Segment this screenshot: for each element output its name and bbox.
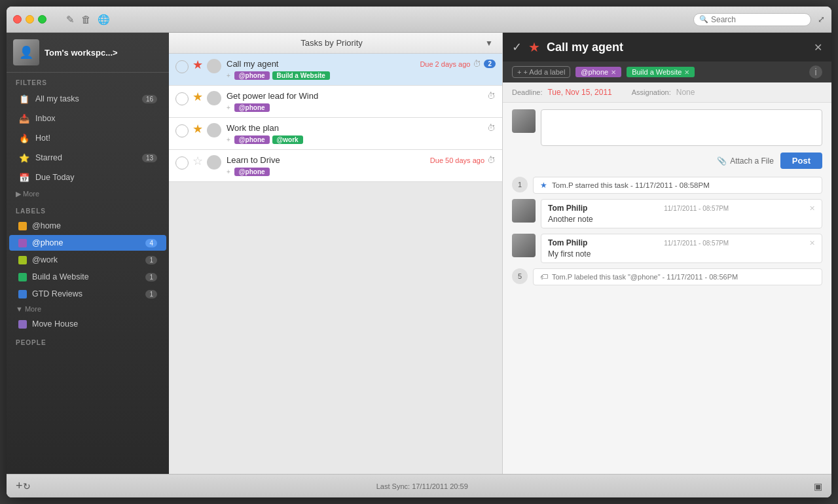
task-tag-website-1[interactable]: Build a Website [272, 71, 330, 80]
add-label-text: + Add a label [523, 68, 565, 76]
sidebar-item-starred[interactable]: ⭐ Starred 13 [9, 149, 166, 167]
detail-labels-row: + + Add a label @phone ✕ Build a Website… [503, 62, 831, 82]
comment-header-1: Tom Philip 11/17/2011 - 08:57PM ✕ [548, 204, 815, 213]
task-row[interactable]: ★ Get power lead for Wind ⏱ + @phone [169, 86, 502, 118]
task-tag-work-3[interactable]: @work [272, 135, 303, 144]
sidebar-item-work[interactable]: @work 1 [9, 252, 166, 268]
sync-button[interactable]: ↻ [23, 481, 31, 492]
meta-assignation: Assignation: None [632, 88, 695, 97]
search-input[interactable] [711, 15, 803, 24]
build-website-badge: 1 [145, 273, 157, 281]
task-tag-phone-4[interactable]: @phone [234, 168, 270, 176]
task-check-2[interactable] [175, 92, 189, 105]
detail-tag-website[interactable]: Build a Website ✕ [627, 67, 695, 77]
detail-pane: ✓ ★ Call my agent ✕ + + Add a label @pho… [503, 33, 831, 474]
task-star-3[interactable]: ★ [192, 123, 203, 135]
activity-bubble-starred: ★ Tom.P starred this task - 11/17/2011 -… [533, 177, 822, 194]
task-star-1[interactable]: ★ [192, 59, 203, 71]
sidebar-item-home[interactable]: @home [9, 218, 166, 234]
task-avatar-2 [207, 91, 221, 105]
detail-tag-phone[interactable]: @phone ✕ [575, 67, 621, 77]
task-add-label-3[interactable]: + [227, 136, 230, 143]
due-today-label: Due Today [35, 173, 157, 182]
task-row[interactable]: ☆ Learn to Drive Due 50 days ago ⏱ + @ph… [169, 150, 502, 182]
detail-close-button[interactable]: ✕ [814, 41, 822, 54]
sidebar-item-inbox[interactable]: 📥 Inbox [9, 109, 166, 128]
all-tasks-badge: 16 [142, 95, 157, 103]
attach-file-button[interactable]: 📎 Attach a File [717, 156, 774, 166]
maximize-button[interactable] [38, 15, 46, 24]
view-toggle-button[interactable]: ▣ [814, 481, 822, 492]
task-add-label-1[interactable]: + [227, 72, 230, 79]
sidebar-item-all-tasks[interactable]: 📋 All my tasks 16 [9, 90, 166, 108]
post-button[interactable]: Post [780, 153, 822, 169]
detail-info-button[interactable]: i [809, 65, 822, 79]
task-title-3: Work the plan [227, 123, 279, 133]
detail-check-icon[interactable]: ✓ [512, 40, 522, 54]
task-tag-phone-3[interactable]: @phone [234, 135, 270, 144]
close-button[interactable] [13, 15, 22, 24]
search-icon: 🔍 [699, 15, 708, 24]
star-icon: ⭐ [18, 152, 30, 164]
task-row[interactable]: ★ Work the plan ⏱ + @phone @work [169, 118, 502, 150]
detail-star-icon[interactable]: ★ [528, 39, 540, 55]
sidebar-item-move-house[interactable]: Move House [9, 316, 166, 332]
globe-icon[interactable]: 🌐 [98, 14, 110, 26]
task-tag-phone-1[interactable]: @phone [234, 71, 270, 80]
comment-close-2[interactable]: ✕ [809, 239, 815, 247]
more-labels-toggle[interactable]: ▼ More [7, 302, 169, 315]
phone-label: @phone [32, 238, 145, 247]
task-tag-phone-2[interactable]: @phone [234, 103, 270, 112]
deadline-value: Tue, Nov 15, 2011 [547, 88, 611, 97]
sidebar-item-hot[interactable]: 🔥 Hot! [9, 129, 166, 147]
task-right-icons-1: Due 2 days ago ⏱ 2 [414, 59, 496, 69]
detail-tag-phone-remove[interactable]: ✕ [611, 69, 616, 76]
add-label-button[interactable]: + + Add a label [512, 66, 570, 78]
task-check-3[interactable] [175, 124, 189, 137]
task-star-2[interactable]: ★ [192, 91, 203, 103]
task-avatar-4 [207, 155, 221, 170]
task-title-2: Get power lead for Wind [227, 91, 318, 101]
gtd-reviews-color-dot [18, 290, 27, 298]
last-sync-text: Last Sync: 17/11/2011 20:59 [31, 482, 814, 490]
task-title-4: Learn to Drive [227, 155, 280, 165]
detail-title: Call my agent [547, 41, 807, 54]
sidebar-item-build-website[interactable]: Build a Website 1 [9, 269, 166, 285]
comment-close-1[interactable]: ✕ [809, 204, 815, 213]
workspace-header[interactable]: 👤 Tom's workspc...> [7, 33, 169, 73]
task-title-1: Call my agent [227, 59, 278, 69]
comment-time-1: 11/17/2011 - 08:57PM [664, 205, 729, 212]
traffic-lights [13, 15, 46, 24]
detail-header: ✓ ★ Call my agent ✕ [503, 33, 831, 62]
trash-icon[interactable]: 🗑 [81, 14, 91, 25]
work-color-dot [18, 256, 27, 264]
build-website-label: Build a Website [32, 272, 145, 281]
work-badge: 1 [145, 256, 157, 264]
activity-number-5: 5 [512, 268, 528, 284]
sidebar-item-phone[interactable]: @phone 4 [9, 235, 166, 251]
more-filters-text: ▶ More [16, 190, 39, 198]
task-list-dropdown-icon[interactable]: ▼ [485, 39, 493, 48]
task-add-label-2[interactable]: + [227, 104, 230, 111]
edit-icon[interactable]: ✎ [66, 14, 75, 26]
task-add-label-4[interactable]: + [227, 168, 230, 175]
task-row[interactable]: ★ Call my agent Due 2 days ago ⏱ 2 + @ph… [169, 54, 502, 86]
task-check-4[interactable] [175, 156, 189, 170]
task-clock-4: ⏱ [487, 155, 496, 165]
comment-header-2: Tom Philip 11/17/2011 - 08:57PM ✕ [548, 238, 815, 247]
task-check-1[interactable] [175, 60, 189, 73]
sidebar-item-gtd-reviews[interactable]: GTD Reviews 1 [9, 286, 166, 302]
task-star-4[interactable]: ☆ [192, 155, 203, 167]
starred-badge: 13 [142, 154, 157, 162]
add-task-button[interactable]: + [16, 479, 23, 493]
assignation-label: Assignation: [632, 88, 671, 96]
comment-input-field[interactable] [541, 109, 822, 146]
expand-icon[interactable]: ⤢ [818, 14, 825, 24]
detail-tag-website-remove[interactable]: ✕ [684, 69, 689, 76]
move-house-color-dot [18, 320, 27, 329]
sidebar-item-due-today[interactable]: 📅 Due Today [9, 168, 166, 187]
more-filters-toggle[interactable]: ▶ More [7, 187, 169, 201]
minimize-button[interactable] [26, 15, 34, 24]
labels-section-title: LABELS [7, 201, 169, 217]
task-labels-3: + @phone @work [227, 135, 496, 144]
